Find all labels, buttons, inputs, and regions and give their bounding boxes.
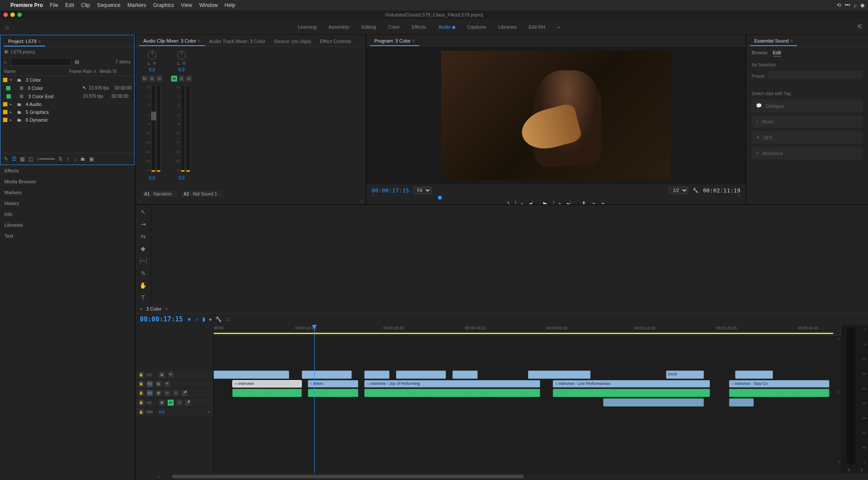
mute-icon[interactable]: M xyxy=(168,400,174,406)
zoom-slider[interactable]: ○━━━━━ xyxy=(36,156,55,162)
voiceover-button[interactable]: O xyxy=(186,76,192,82)
tag-ambience[interactable]: ༄Ambience xyxy=(752,147,863,159)
resolution-select[interactable]: 1/2 xyxy=(669,187,688,194)
panel-text[interactable]: Text xyxy=(0,230,135,241)
fader-track[interactable] xyxy=(151,85,155,172)
tab-source[interactable]: Source: (no clips) xyxy=(270,36,316,46)
zoom-handle-right[interactable]: ○ xyxy=(516,474,519,479)
menu-window[interactable]: Window xyxy=(199,2,218,8)
icon-view-icon[interactable]: ▦ xyxy=(20,156,25,162)
clip[interactable]: fxInterview - Live Performances xyxy=(553,380,710,387)
clip[interactable] xyxy=(603,398,704,407)
lock-icon[interactable]: 🔒 xyxy=(138,372,144,378)
fader-handle[interactable] xyxy=(151,112,156,120)
scroll-handle-right[interactable]: ○ xyxy=(360,199,363,204)
clip[interactable] xyxy=(735,371,773,379)
clip[interactable] xyxy=(553,389,710,397)
es-tab-edit[interactable]: Edit xyxy=(773,50,781,56)
tab-audio-clip-mixer[interactable]: Audio Clip Mixer: 3 Color ≡ xyxy=(139,36,205,46)
clip[interactable] xyxy=(452,371,478,379)
es-tab-browse[interactable]: Browse xyxy=(752,50,768,56)
timeline-zoom-scrollbar[interactable]: ○ ○ xyxy=(135,473,868,480)
wrench-icon[interactable]: 🔧 xyxy=(215,316,222,322)
ws-color[interactable]: Color xyxy=(388,24,399,30)
panel-menu-icon[interactable]: ≡ xyxy=(413,39,415,43)
tag-sfx[interactable]: ✦SFX xyxy=(752,131,863,144)
search-icon[interactable]: ⌕ xyxy=(4,59,7,64)
ws-libraries[interactable]: Libraries xyxy=(498,24,516,30)
lock-icon[interactable]: 🔒 xyxy=(138,390,144,396)
toggle-sync-icon[interactable]: 👁 xyxy=(168,372,174,378)
panel-info[interactable]: Info xyxy=(0,209,135,219)
clip[interactable] xyxy=(396,371,446,379)
panel-menu-icon[interactable]: ≡ xyxy=(791,39,793,43)
tab-essential-sound[interactable]: Essential Sound ≡ xyxy=(750,36,797,46)
sort-icon[interactable]: ⇅ xyxy=(58,156,63,162)
go-to-out-icon[interactable]: ▸⎸ xyxy=(567,200,575,204)
sequence-name[interactable]: 3 Color xyxy=(146,306,161,311)
track-label[interactable]: V1 xyxy=(147,381,153,387)
automate-icon[interactable]: ↯ xyxy=(66,156,70,162)
panel-markers[interactable]: Markers xyxy=(0,187,135,198)
expand-mix-icon[interactable]: ⤢ xyxy=(207,410,211,414)
voiceover-icon[interactable]: 🎤 xyxy=(182,390,188,396)
toggle-sync-icon[interactable]: 👁 xyxy=(164,381,170,387)
track-header-mix[interactable]: 🔒 Mix 0.0 ⤢ xyxy=(135,407,213,416)
voiceover-icon[interactable]: 🎤 xyxy=(185,400,191,406)
preset-dropdown[interactable] xyxy=(768,71,863,79)
clip[interactable] xyxy=(364,389,540,397)
hand-tool-icon[interactable]: ✋ xyxy=(139,282,147,289)
pan-knob[interactable] xyxy=(177,51,186,60)
panel-media-browser[interactable]: Media Browser xyxy=(0,176,135,187)
timeline-playhead[interactable] xyxy=(314,325,315,473)
more-icon[interactable]: ••• xyxy=(845,2,850,8)
panel-menu-icon[interactable]: ≡ xyxy=(165,306,168,311)
panel-effects[interactable]: Effects xyxy=(0,165,135,176)
ws-assembly[interactable]: Assembly xyxy=(329,24,350,30)
pencil-icon[interactable]: ✎ xyxy=(4,156,8,162)
project-search-input[interactable] xyxy=(10,58,71,66)
menu-file[interactable]: File xyxy=(50,2,58,8)
play-icon[interactable]: ▶ xyxy=(543,200,548,204)
minimize-window-icon[interactable] xyxy=(10,13,15,17)
type-tool-icon[interactable]: T xyxy=(141,294,145,301)
menu-markers[interactable]: Markers xyxy=(127,2,146,8)
freeform-view-icon[interactable]: ◫ xyxy=(28,156,33,162)
clip[interactable] xyxy=(528,371,591,379)
clip[interactable]: fxInterview xyxy=(232,380,301,387)
search-icon[interactable]: ⌕ xyxy=(854,2,857,8)
add-button-icon[interactable]: + xyxy=(601,200,605,204)
panel-menu-icon[interactable]: ≡ xyxy=(38,39,41,44)
panel-menu-icon[interactable]: ≡ xyxy=(198,39,201,43)
lock-icon[interactable]: 🔒 xyxy=(138,409,144,415)
track-label[interactable]: V2 xyxy=(147,373,156,377)
razor-tool-icon[interactable]: ◆ xyxy=(141,245,145,252)
track-v1[interactable]: fxInterviewfxIntervfxInterview - Joy of … xyxy=(214,380,842,388)
expand-icon[interactable]: ▾ xyxy=(10,78,14,82)
time-ruler[interactable]: 00:00 00:00:14:23 00:00:29:23 00:00:44:2… xyxy=(214,325,842,335)
program-in-timecode[interactable]: 00:00:17:15 xyxy=(372,187,409,194)
toggle-output-icon[interactable]: ▣ xyxy=(159,400,165,406)
clip[interactable]: fxInterview - Stay Co xyxy=(729,380,830,387)
vscroll-handle[interactable]: ○ xyxy=(837,336,840,341)
slip-tool-icon[interactable]: ⎹↔⎸ xyxy=(135,257,152,265)
col-name[interactable]: Name xyxy=(4,69,69,74)
clip[interactable] xyxy=(302,371,352,379)
expand-icon[interactable]: ▸ xyxy=(10,110,14,114)
track-header-v1[interactable]: 🔒 V1 ▣ 👁 xyxy=(135,380,213,388)
scrubber-playhead[interactable] xyxy=(438,196,442,199)
settings-icon[interactable]: ● xyxy=(209,316,212,322)
solo-icon[interactable]: S xyxy=(173,390,179,396)
track-header-a2[interactable]: 🔒 A2 ▣ M S 🎤 xyxy=(135,398,213,407)
vscroll-handle[interactable]: ○ xyxy=(837,389,840,394)
tab-program[interactable]: Program: 3 Color ≡ xyxy=(370,36,419,46)
new-bin-icon[interactable]: 🖿 xyxy=(80,156,86,162)
clip[interactable] xyxy=(364,371,389,379)
tab-effect-controls[interactable]: Effect Controls xyxy=(316,36,356,46)
list-view-icon[interactable]: ☰ xyxy=(12,156,17,162)
ws-editing[interactable]: Editing xyxy=(361,24,376,30)
ws-edit-rh[interactable]: Edit RH xyxy=(529,24,545,30)
mute-button[interactable]: M xyxy=(142,76,148,82)
project-tab[interactable]: Project: L579 ≡ xyxy=(4,37,45,46)
mark-in-icon[interactable]: } xyxy=(507,200,509,204)
